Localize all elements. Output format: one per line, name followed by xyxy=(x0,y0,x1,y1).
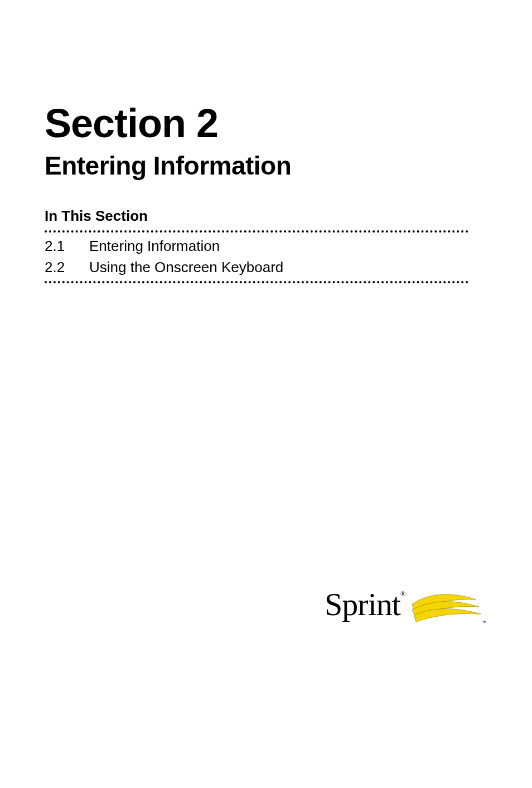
toc-item-label: Entering Information xyxy=(89,236,487,257)
in-this-section-label: In This Section xyxy=(45,207,487,225)
brand-name-text: Sprint xyxy=(325,586,400,622)
divider-top xyxy=(45,230,468,233)
section-number-heading: Section 2 xyxy=(45,100,487,146)
brand-logo: Sprint® ™ xyxy=(287,576,487,632)
brand-name: Sprint® xyxy=(325,586,405,623)
toc-item-number: 2.1 xyxy=(45,236,89,257)
document-page: Section 2 Entering Information In This S… xyxy=(0,0,532,331)
section-title-heading: Entering Information xyxy=(45,151,487,181)
divider-bottom xyxy=(45,281,468,283)
toc-list: 2.1 Entering Information 2.2 Using the O… xyxy=(45,236,487,278)
toc-item-number: 2.2 xyxy=(45,257,89,278)
toc-item: 2.2 Using the Onscreen Keyboard xyxy=(45,257,487,278)
trademark-icon: ™ xyxy=(482,620,486,625)
toc-item-label: Using the Onscreen Keyboard xyxy=(89,257,487,278)
brand-swoosh-icon: ™ xyxy=(409,576,487,632)
toc-item: 2.1 Entering Information xyxy=(45,236,487,257)
registered-mark-icon: ® xyxy=(400,590,405,598)
